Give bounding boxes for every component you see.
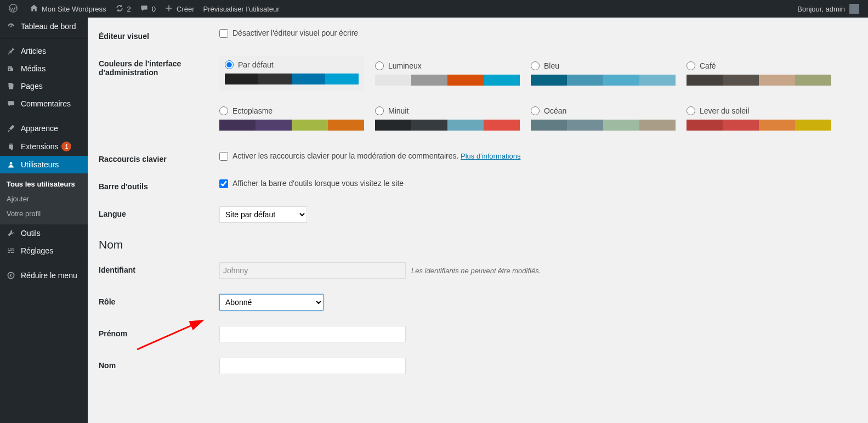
comments-link[interactable]: 0 (135, 0, 160, 18)
username-label: Identifiant (99, 262, 219, 274)
admin-color-label: Couleurs de l'interface d'administration (99, 56, 219, 77)
color-scheme-name: Par défaut (238, 60, 274, 69)
color-swatch (531, 75, 676, 86)
svg-rect-1 (8, 83, 12, 84)
home-icon (30, 4, 38, 14)
color-swatch (687, 120, 831, 131)
language-label: Langue (99, 206, 219, 218)
color-scheme-option[interactable]: Ectoplasme (219, 101, 364, 136)
avatar (849, 4, 859, 14)
color-scheme-radio[interactable] (687, 61, 695, 70)
color-scheme-radio[interactable] (687, 106, 695, 115)
account-link[interactable]: Bonjour, admin (793, 0, 864, 18)
submenu-add-user[interactable]: Ajouter (0, 191, 88, 206)
username-hint: Les identifiants ne peuvent être modifié… (411, 267, 541, 275)
color-scheme-option[interactable]: Océan (531, 101, 676, 136)
firstname-input[interactable] (219, 326, 406, 342)
color-scheme-radio[interactable] (531, 61, 540, 70)
role-select[interactable]: Abonné (219, 294, 324, 311)
menu-label: Réduire le menu (21, 271, 77, 280)
preview-user-link[interactable]: Prévisualiser l'utilisateur (199, 0, 284, 18)
menu-label: Extensions (21, 142, 58, 151)
section-name-heading: Nom (99, 238, 857, 251)
color-scheme-name: Océan (544, 106, 566, 115)
color-swatch (687, 75, 831, 86)
plus-icon (164, 4, 173, 14)
svg-point-5 (8, 272, 14, 278)
admin-sidebar: Tableau de bord Articles Médias Pages Co… (0, 18, 88, 423)
color-scheme-name: Café (700, 61, 716, 70)
menu-label: Commentaires (21, 99, 71, 108)
comment-icon (5, 99, 16, 108)
sliders-icon (5, 246, 16, 255)
color-scheme-radio[interactable] (375, 106, 384, 115)
color-swatch (225, 74, 359, 84)
menu-label: Médias (21, 64, 46, 73)
toolbar-label: Barre d'outils (99, 179, 219, 191)
color-scheme-option[interactable]: Bleu (531, 56, 676, 91)
toolbar-option[interactable]: Afficher la barre d'outils lorsque vous … (219, 179, 404, 188)
menu-users[interactable]: Utilisateurs (0, 156, 88, 173)
collapse-icon (5, 271, 16, 280)
new-content-link[interactable]: Créer (160, 0, 199, 18)
color-scheme-option[interactable]: Lever du soleil (687, 101, 831, 136)
refresh-icon (115, 4, 124, 14)
color-scheme-option[interactable]: Minuit (375, 101, 520, 136)
menu-plugins[interactable]: Extensions1 (0, 137, 88, 156)
update-badge: 1 (61, 142, 71, 151)
shortcuts-more-info-link[interactable]: Plus d'informations (461, 152, 520, 160)
color-schemes-grid: Par défautLumineuxBleuCaféEctoplasmeMinu… (219, 56, 857, 136)
visual-editor-option[interactable]: Désactiver l'éditeur visuel pour écrire (219, 29, 358, 37)
wrench-icon (5, 229, 16, 238)
menu-appearance[interactable]: Apparence (0, 120, 88, 137)
comment-icon (140, 4, 149, 14)
svg-rect-3 (8, 86, 14, 87)
color-scheme-option[interactable]: Café (687, 56, 831, 91)
menu-dashboard[interactable]: Tableau de bord (0, 18, 88, 35)
menu-posts[interactable]: Articles (0, 42, 88, 60)
role-label: Rôle (99, 294, 219, 306)
color-scheme-name: Lever du soleil (700, 106, 749, 115)
color-swatch (375, 75, 520, 86)
color-scheme-radio[interactable] (225, 60, 234, 69)
menu-tools[interactable]: Outils (0, 224, 88, 242)
menu-label: Réglages (21, 246, 53, 255)
dashboard-icon (5, 22, 16, 31)
menu-pages[interactable]: Pages (0, 77, 88, 95)
wp-logo[interactable] (4, 0, 25, 18)
color-scheme-name: Minuit (388, 106, 409, 115)
site-name-link[interactable]: Mon Site Wordpress (25, 0, 111, 18)
shortcuts-option[interactable]: Activer les raccourcis clavier pour la m… (219, 151, 458, 160)
menu-media[interactable]: Médias (0, 60, 88, 77)
menu-users-submenu: Tous les utilisateurs Ajouter Votre prof… (0, 173, 88, 224)
menu-label: Articles (21, 47, 46, 55)
color-scheme-radio[interactable] (531, 106, 540, 115)
submenu-your-profile[interactable]: Votre profil (0, 206, 88, 221)
visual-editor-checkbox[interactable] (219, 29, 228, 38)
color-scheme-option[interactable]: Lumineux (375, 56, 520, 91)
menu-collapse[interactable]: Réduire le menu (0, 267, 88, 284)
user-icon (5, 160, 16, 169)
menu-label: Pages (21, 82, 43, 91)
menu-settings[interactable]: Réglages (0, 242, 88, 260)
lastname-input[interactable] (219, 358, 406, 374)
color-swatch (219, 120, 364, 131)
color-scheme-radio[interactable] (219, 106, 228, 115)
firstname-label: Prénom (99, 326, 219, 338)
color-swatch (375, 120, 520, 131)
shortcuts-checkbox[interactable] (219, 152, 228, 161)
color-scheme-option[interactable]: Par défaut (219, 56, 364, 91)
wordpress-icon (9, 4, 18, 14)
color-scheme-radio[interactable] (375, 61, 384, 70)
language-select[interactable]: Site par défaut (219, 206, 307, 223)
menu-label: Apparence (21, 124, 58, 133)
toolbar-checkbox[interactable] (219, 179, 228, 188)
media-icon (5, 64, 16, 73)
pin-icon (5, 47, 16, 55)
menu-label: Tableau de bord (21, 22, 76, 31)
brush-icon (5, 124, 16, 133)
menu-comments[interactable]: Commentaires (0, 95, 88, 112)
color-swatch (531, 120, 676, 131)
updates-link[interactable]: 2 (111, 0, 135, 18)
submenu-all-users[interactable]: Tous les utilisateurs (0, 177, 88, 191)
